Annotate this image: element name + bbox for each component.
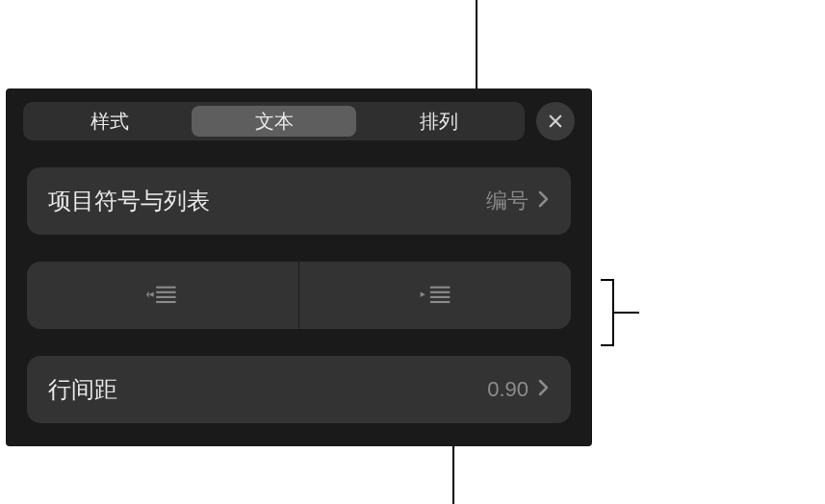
tabs-row: 样式 文本 排列	[6, 88, 592, 140]
callout-bracket-bottom-tick	[601, 344, 614, 346]
bullets-lists-value: 编号	[486, 187, 529, 215]
indent-icon	[419, 283, 451, 308]
svg-rect-7	[430, 287, 450, 289]
svg-rect-2	[156, 287, 175, 289]
indent-button[interactable]	[299, 262, 571, 329]
chevron-right-icon	[538, 378, 550, 401]
close-icon	[547, 113, 564, 130]
segmented-control: 样式 文本 排列	[23, 102, 525, 140]
callout-bracket-top-tick	[601, 279, 614, 281]
tab-text[interactable]: 文本	[192, 106, 356, 137]
bullets-lists-row[interactable]: 项目符号与列表 编号	[27, 167, 571, 235]
chevron-right-icon	[538, 189, 550, 213]
indent-controls	[27, 262, 571, 329]
outdent-button[interactable]	[27, 262, 299, 329]
svg-rect-9	[430, 296, 450, 298]
tab-style[interactable]: 样式	[27, 106, 192, 137]
svg-rect-5	[156, 301, 175, 303]
outdent-icon	[146, 283, 179, 308]
svg-rect-10	[430, 301, 450, 303]
svg-rect-3	[156, 291, 175, 293]
line-spacing-label: 行间距	[48, 374, 487, 405]
close-button[interactable]	[536, 102, 575, 140]
callout-line-right	[612, 312, 639, 314]
format-panel: 样式 文本 排列 项目符号与列表 编号	[6, 88, 592, 446]
line-spacing-row[interactable]: 行间距 0.90	[27, 356, 571, 423]
svg-rect-4	[156, 296, 175, 298]
tab-arrange[interactable]: 排列	[356, 106, 521, 137]
line-spacing-value: 0.90	[487, 377, 529, 402]
svg-rect-8	[430, 291, 450, 293]
bullets-lists-label: 项目符号与列表	[48, 186, 486, 216]
